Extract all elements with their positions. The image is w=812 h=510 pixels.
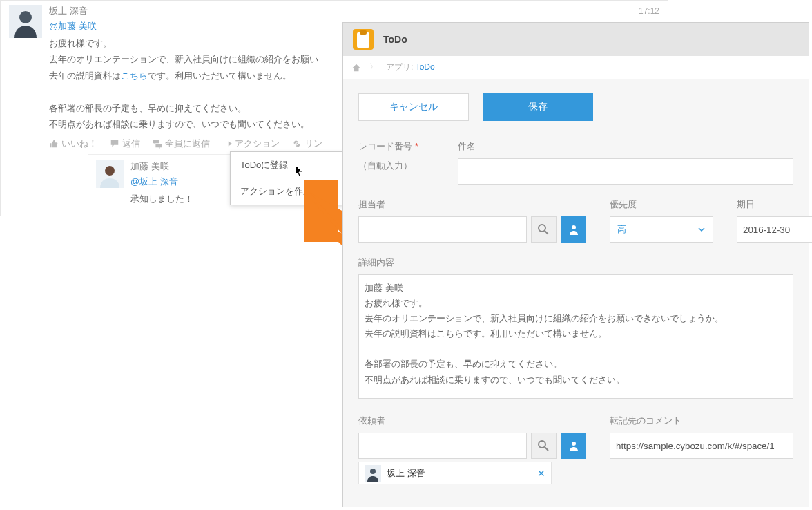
label-priority: 優先度 [610,199,637,209]
avatar [365,465,381,482]
label-record-number: レコード番号 * [358,141,418,151]
chip-remove-button[interactable]: ✕ [537,468,545,479]
label-assignee: 担当者 [358,199,385,209]
cancel-button[interactable]: キャンセル [358,93,469,121]
like-button[interactable]: いいね！ [49,138,97,150]
reply-all-button[interactable]: 全員に返信 [153,138,210,150]
due-input[interactable] [737,216,812,243]
panel-header: ToDo [343,23,809,56]
requester-search-button[interactable] [531,433,557,459]
post-author: 坂上 深音 [49,5,88,17]
todo-panel: ToDo 〉 アプリ: ToDo キャンセル 保存 レコード番号 * （自動入力… [342,22,809,507]
action-dropdown: ToDoに登録 アクションを作成する [230,151,344,205]
avatar [9,5,42,38]
svg-line-15 [545,447,548,451]
svg-point-1 [19,11,32,23]
requester-org-button[interactable] [561,433,586,459]
label-dest-comment: 転記先のコメント [610,415,682,426]
dropdown-item-register-todo[interactable]: ToDoに登録 [231,152,343,178]
avatar [96,160,124,188]
assignee-input[interactable] [358,216,527,243]
svg-point-13 [572,225,576,229]
svg-line-12 [545,231,548,234]
panel-title: ToDo [383,34,407,45]
priority-select[interactable]: 高 [610,216,713,243]
detail-textarea[interactable] [358,274,793,399]
mention-link[interactable]: @坂上 深音 [130,176,178,188]
assignee-org-button[interactable] [561,216,586,243]
link-button[interactable]: リン [292,138,322,150]
assignee-search-button[interactable] [531,216,557,243]
inline-link[interactable]: こちら [121,70,148,81]
action-button[interactable]: アクション [222,138,280,150]
subject-input[interactable] [458,158,793,185]
reply-button[interactable]: 返信 [110,138,140,150]
svg-point-11 [539,225,545,232]
dest-comment-input[interactable] [610,433,793,459]
user-chip: 坂上 深音 ✕ [358,462,552,484]
svg-rect-9 [357,32,369,48]
label-subject: 件名 [458,141,476,151]
label-detail: 詳細内容 [358,257,394,267]
mention-link[interactable]: @加藤 美咲 [49,20,97,32]
record-number-auto: （自動入力） [358,160,434,172]
reply-author: 加藤 美咲 [130,161,169,171]
svg-point-3 [105,166,115,176]
label-requester: 依頼者 [358,415,385,426]
breadcrumb: 〉 アプリ: ToDo [343,56,809,79]
post-time: 17:12 [639,6,659,16]
chevron-down-icon [697,225,706,234]
svg-point-14 [539,441,545,448]
dropdown-item-create-action[interactable]: アクションを作成する [231,178,343,205]
svg-rect-10 [360,30,367,35]
label-due: 期日 [737,199,755,209]
save-button[interactable]: 保存 [483,93,593,121]
clipboard-icon [351,28,375,51]
chip-name: 坂上 深音 [387,467,425,480]
svg-point-16 [572,442,576,446]
requester-input[interactable] [358,433,527,459]
svg-point-18 [370,469,376,474]
home-icon[interactable] [351,63,361,73]
breadcrumb-link[interactable]: ToDo [416,62,435,72]
